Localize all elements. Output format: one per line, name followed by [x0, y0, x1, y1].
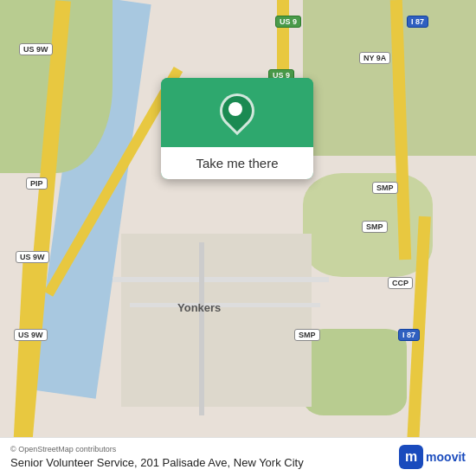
green-area-bottom-right [303, 329, 407, 415]
road-grid-v1 [199, 242, 204, 415]
road-grid-h1 [113, 277, 329, 282]
road-badge-i87-top: I 87 [407, 16, 428, 28]
map-container: US 9WUS 9I 87US 9NY 9APIPUS 9WSMPSMPCCPI… [0, 0, 476, 476]
info-bar-left: © OpenStreetMap contributors Senior Volu… [10, 445, 399, 469]
road-badge-us9-top: US 9 [275, 16, 301, 28]
road-grid-h2 [130, 303, 320, 307]
address-text: Senior Volunteer Service, 201 Palisade A… [10, 456, 399, 469]
take-me-there-button[interactable]: Take me there [161, 147, 313, 179]
road-badge-us9w-top: US 9W [19, 43, 53, 55]
urban-area-yonkers [121, 234, 312, 407]
moovit-brand-name: moovit [426, 450, 466, 464]
yonkers-label: Yonkers [177, 301, 221, 314]
popup-icon-area [161, 78, 313, 147]
attribution-text: © OpenStreetMap contributors [10, 445, 399, 453]
road-badge-pip: PIP [26, 177, 48, 190]
location-pin [220, 93, 254, 135]
pin-inner [228, 102, 242, 116]
road-badge-ny9a: NY 9A [359, 52, 390, 64]
moovit-m-icon: m [399, 445, 423, 469]
green-area-ne [303, 0, 476, 156]
moovit-logo: m moovit [399, 445, 466, 469]
road-badge-us9w-lower: US 9W [14, 329, 48, 341]
info-bar: © OpenStreetMap contributors Senior Volu… [0, 437, 476, 476]
road-badge-smp-right: SMP [362, 221, 388, 233]
road-badge-smp-mid: SMP [372, 182, 398, 194]
road-badge-us9w-mid: US 9W [16, 251, 49, 263]
road-badge-smp-lower: SMP [294, 329, 320, 341]
road-badge-ccp: CCP [388, 277, 413, 289]
road-badge-i87-lower: I 87 [398, 329, 420, 341]
popup-card: Take me there [161, 78, 313, 179]
